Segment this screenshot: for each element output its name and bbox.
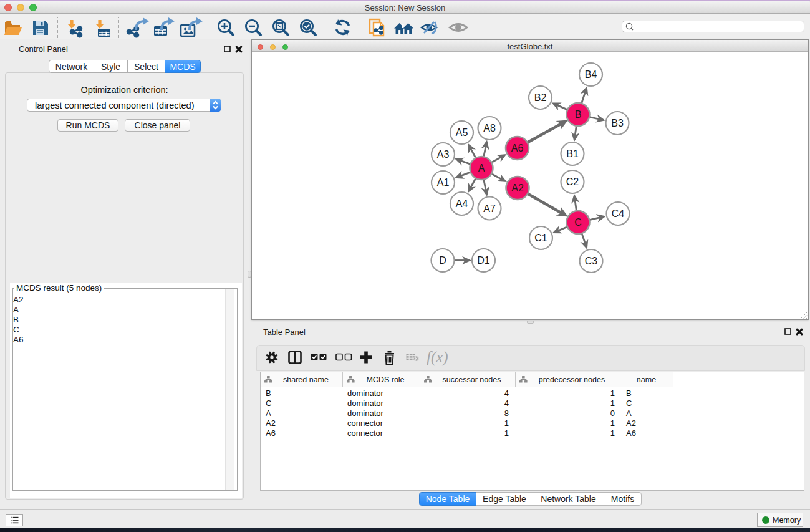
svg-text:C2: C2 [566,177,579,187]
svg-text:C3: C3 [585,256,598,266]
svg-text:B4: B4 [585,69,597,80]
svg-text:B3: B3 [611,118,624,128]
svg-text:C1: C1 [534,233,547,243]
svg-text:D1: D1 [477,255,490,266]
svg-text:D: D [439,255,446,266]
svg-text:B2: B2 [534,92,547,103]
svg-text:C: C [574,217,582,228]
svg-text:A6: A6 [511,143,524,153]
svg-text:A4: A4 [456,198,468,209]
svg-text:A: A [478,163,485,173]
svg-text:B: B [575,109,582,120]
svg-text:A5: A5 [456,127,468,138]
svg-text:A8: A8 [483,123,496,133]
svg-text:C4: C4 [612,208,625,219]
svg-text:A2: A2 [511,183,524,193]
svg-text:A7: A7 [483,203,496,214]
svg-text:B1: B1 [566,148,579,159]
svg-text:A1: A1 [437,177,450,188]
svg-text:A3: A3 [437,149,450,160]
